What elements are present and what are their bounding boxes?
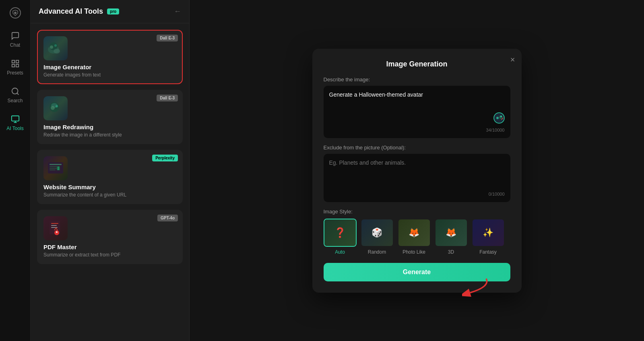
style-item-fantasy[interactable]: ✨ Fantasy <box>472 219 505 255</box>
arrow-indicator <box>462 277 494 298</box>
chat-label: Chat <box>10 42 20 48</box>
style-thumb-3d: 🦊 <box>435 219 468 247</box>
presets-label: Presets <box>7 70 23 76</box>
svg-point-13 <box>54 49 60 54</box>
svg-point-18 <box>51 106 55 110</box>
tool-desc-image-generator: Generate images from text <box>43 72 176 78</box>
style-name-auto: Auto <box>335 249 345 255</box>
tool-badge-image-redrawing: Dall E-3 <box>157 95 178 101</box>
tool-card-image-generator[interactable]: Dall E-3 Image Generator Generate images… <box>37 30 183 84</box>
generate-wrap: Generate <box>324 263 510 281</box>
modal-title: Image Generation <box>324 60 510 68</box>
svg-rect-30 <box>51 223 58 224</box>
style-name-3d: 3D <box>448 249 454 255</box>
describe-label: Describe the image: <box>324 76 510 83</box>
svg-rect-31 <box>51 225 57 226</box>
svg-rect-2 <box>12 60 14 63</box>
tool-badge-pdf-master: GPT-4o <box>157 215 178 221</box>
sidebar-item-search[interactable]: Search <box>0 81 30 109</box>
tool-art-website-summary <box>43 156 68 180</box>
describe-textarea[interactable]: Generate a Halloween-themed avatar <box>329 91 505 124</box>
exclude-label: Exclude from the picture (Optional): <box>324 145 510 151</box>
style-name-photo-like: Photo Like <box>402 249 425 255</box>
search-label: Search <box>7 98 23 103</box>
style-item-3d[interactable]: 🦊 3D <box>435 219 468 255</box>
svg-rect-24 <box>50 169 56 170</box>
svg-point-38 <box>496 117 499 119</box>
tool-name-website-summary: Website Summary <box>43 184 176 190</box>
svg-rect-4 <box>12 64 14 67</box>
main-area: Image Generation × Describe the image: G… <box>190 0 644 341</box>
left-nav: Chat Presets Search AI Tools <box>0 0 31 341</box>
svg-point-19 <box>56 105 58 107</box>
svg-rect-8 <box>11 116 19 121</box>
tool-name-pdf-master: PDF Master <box>43 244 176 250</box>
pro-badge: pro <box>107 8 119 14</box>
style-item-random[interactable]: 🎲 Random <box>361 219 394 255</box>
svg-rect-3 <box>16 60 18 63</box>
sidebar-title-wrap: Advanced AI Tools pro <box>39 7 119 16</box>
tool-desc-pdf-master: Summarize or extract text from PDF <box>43 252 176 258</box>
style-thumb-photo-like: 🦊 <box>398 219 431 247</box>
ai-tools-label: AI Tools <box>6 126 23 131</box>
exclude-textarea[interactable] <box>329 159 505 188</box>
image-style-grid: ❓ Auto 🎲 Random 🦊 Ph <box>324 219 510 255</box>
describe-textarea-wrap: Generate a Halloween-themed avatar 34/10… <box>324 86 510 138</box>
style-thumb-random: 🎲 <box>361 219 394 247</box>
collapse-button[interactable]: ← <box>174 7 181 16</box>
image-generation-panel: Image Generation × Describe the image: G… <box>312 49 522 293</box>
app-logo <box>7 5 23 21</box>
svg-rect-22 <box>50 166 58 167</box>
svg-point-40 <box>500 116 502 117</box>
svg-rect-32 <box>51 227 58 228</box>
sidebar-header: Advanced AI Tools pro ← <box>31 0 189 23</box>
tool-card-image-redrawing[interactable]: Dall E-3 Image Redrawing Redraw the imag… <box>37 90 183 144</box>
sidebar: Advanced AI Tools pro ← Dall E-3 Image G… <box>31 0 190 341</box>
tools-list: Dall E-3 Image Generator Generate images… <box>31 23 189 271</box>
sidebar-item-chat[interactable]: Chat <box>0 26 30 54</box>
tool-card-website-summary[interactable]: Perplexity Website Summary Summarize the… <box>37 150 183 204</box>
style-label: Image Style: <box>324 209 510 215</box>
tool-desc-website-summary: Summarize the content of a given URL <box>43 192 176 198</box>
svg-rect-21 <box>50 164 62 165</box>
modal-close-button[interactable]: × <box>510 55 515 64</box>
sidebar-item-ai-tools[interactable]: AI Tools <box>0 109 30 137</box>
tool-desc-image-redrawing: Redraw the image in a different style <box>43 132 176 138</box>
sidebar-item-presets[interactable]: Presets <box>0 54 30 81</box>
svg-point-15 <box>54 44 57 47</box>
svg-point-1 <box>14 12 17 14</box>
style-item-auto[interactable]: ❓ Auto <box>324 219 357 255</box>
describe-char-count: 34/10000 <box>329 128 505 132</box>
style-thumb-fantasy: ✨ <box>472 219 505 247</box>
ai-icon-wrap <box>493 112 505 124</box>
svg-point-14 <box>50 45 53 49</box>
svg-rect-5 <box>16 64 18 67</box>
style-thumb-auto: ❓ <box>324 219 357 247</box>
sidebar-title: Advanced AI Tools <box>39 7 103 16</box>
exclude-char-count: 0/10000 <box>329 192 505 196</box>
tool-art-image-generator <box>43 36 68 60</box>
svg-point-6 <box>12 88 18 94</box>
style-name-fantasy: Fantasy <box>479 249 497 255</box>
tool-card-pdf-master[interactable]: GPT-4o PDF Master Summarize or extract t… <box>37 210 183 264</box>
tool-art-pdf-master <box>43 216 68 240</box>
tool-name-image-redrawing: Image Redrawing <box>43 124 176 130</box>
style-item-photo-like[interactable]: 🦊 Photo Like <box>398 219 431 255</box>
svg-line-7 <box>17 93 19 95</box>
tool-art-image-redrawing <box>43 96 68 120</box>
tool-badge-website-summary: Perplexity <box>152 155 178 161</box>
tool-badge-image-generator: Dall E-3 <box>157 35 178 41</box>
style-name-random: Random <box>368 249 386 255</box>
tool-name-image-generator: Image Generator <box>43 64 176 70</box>
exclude-textarea-wrap: 0/10000 <box>324 154 510 202</box>
